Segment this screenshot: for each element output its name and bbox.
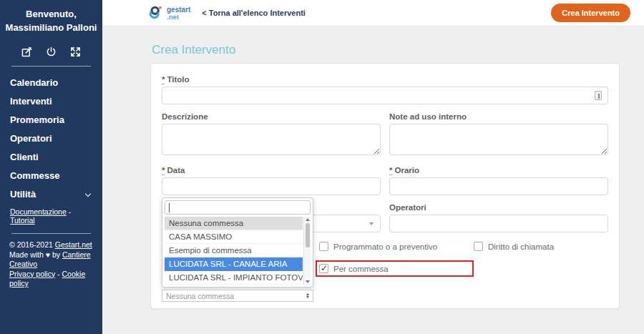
menu-label: Utilità <box>10 185 36 204</box>
orario-label: *Orario <box>389 166 608 175</box>
note-textarea[interactable] <box>389 124 608 155</box>
sidebar-item-promemoria[interactable]: Promemoria <box>10 111 92 129</box>
menu-label: Commesse <box>10 167 59 185</box>
sidebar-item-utilita[interactable]: Utilità <box>10 185 92 204</box>
label-text: Titolo <box>167 75 189 84</box>
form-card: *Titolo Descrizione Note ad uso interno … <box>150 63 620 309</box>
sidebar-item-calendario[interactable]: Calendario <box>10 74 92 92</box>
menu-label: Operatori <box>10 129 52 148</box>
scrollbar-thumb[interactable] <box>306 223 310 247</box>
checkbox-per-commessa[interactable]: Per commessa <box>319 264 389 273</box>
page-title: Crea Intervento <box>152 43 235 57</box>
checkbox-box[interactable] <box>474 242 483 251</box>
logo-text: gestart .net <box>167 6 190 20</box>
dropdown-option[interactable]: LUCIDATA SRL - IMPIANTO FOTOVOLTAICO <box>165 271 303 285</box>
separator: - <box>55 270 62 278</box>
menu-label: Promemoria <box>10 111 64 129</box>
text-cursor <box>169 203 170 212</box>
welcome-line1: Benvenuto, <box>0 7 102 21</box>
back-to-list-link[interactable]: < Torna all'elenco Interventi <box>202 9 306 17</box>
dropdown-option[interactable]: LUCIDATA SRL - CANALE ARIA <box>165 257 303 271</box>
label-text: Orario <box>394 166 419 175</box>
chevron-down-icon <box>85 190 91 196</box>
gestart-logo[interactable]: gestart .net <box>148 5 190 21</box>
dropdown-option-list: Nessuna commessa CASA MASSIMO Esempio di… <box>165 217 311 285</box>
required-mark: * <box>162 166 165 175</box>
descrizione-textarea[interactable] <box>162 124 381 155</box>
documentazione-link[interactable]: Documentazione <box>10 207 67 216</box>
note-label: Note ad uso interno <box>389 112 608 121</box>
commessa-dropdown-panel: Nessuna commessa CASA MASSIMO Esempio di… <box>162 197 313 288</box>
operatori-input[interactable] <box>389 215 608 232</box>
checkbox-label: Programmato o a preventivo <box>333 242 437 251</box>
sidebar-item-interventi[interactable]: Interventi <box>10 92 92 111</box>
scroll-down-icon[interactable] <box>306 280 310 283</box>
main-content: Crea Intervento *Titolo Descrizione Note… <box>102 27 644 334</box>
titolo-input[interactable] <box>162 87 608 104</box>
label-text: Data <box>167 166 185 175</box>
dropdown-search-input[interactable] <box>165 200 311 215</box>
commessa-native-select[interactable]: Nessuna commessa <box>162 290 313 302</box>
made-with-line: Made with ♥ by Cantiere Creativo <box>9 250 93 270</box>
sidebar-item-operatori[interactable]: Operatori <box>10 129 92 148</box>
policy-line: Privacy policy - Cookie policy <box>9 270 93 289</box>
data-label: *Data <box>162 166 381 175</box>
checkbox-programmato[interactable]: Programmato o a preventivo <box>319 242 474 251</box>
made-with-text: Made with ♥ by <box>9 250 62 259</box>
gestart-link[interactable]: Gestart.net <box>55 240 92 249</box>
select-caret-icon <box>369 222 374 225</box>
checkbox-diritto-chiamata[interactable]: Diritto di chiamata <box>474 242 608 251</box>
dropdown-scrollbar[interactable] <box>303 217 311 285</box>
copyright-line: © 2016-2021 Gestart.net <box>9 240 93 250</box>
logo-tld: .net <box>167 14 190 20</box>
titolo-label: *Titolo <box>162 75 608 84</box>
copyright-text: © 2016-2021 <box>9 240 55 249</box>
tutorial-link[interactable]: Tutorial <box>10 216 35 225</box>
expand-fullscreen-icon[interactable] <box>70 46 82 57</box>
select-updown-icon <box>306 293 309 298</box>
dropdown-option[interactable]: Nessuna commessa <box>165 217 303 230</box>
data-input[interactable] <box>162 177 381 195</box>
separator: - <box>67 207 71 216</box>
menu-label: Calendario <box>10 74 58 92</box>
sidebar-item-clienti[interactable]: Clienti <box>10 148 92 167</box>
welcome-text: Benvenuto, Massimiliano Palloni <box>0 0 102 34</box>
operatori-label: Operatori <box>389 203 608 212</box>
sidebar-menu: Calendario Interventi Promemoria Operato… <box>0 67 102 204</box>
annotation-box: Per commessa <box>316 260 474 277</box>
power-logout-icon[interactable] <box>46 46 57 57</box>
user-name: Massimiliano Palloni <box>0 21 102 34</box>
topbar: gestart .net < Torna all'elenco Interven… <box>102 0 644 26</box>
crea-intervento-button[interactable]: Crea Intervento <box>551 4 630 22</box>
input-addon-icon <box>595 91 602 100</box>
gestart-logo-icon <box>148 5 164 21</box>
sidebar-item-commesse[interactable]: Commesse <box>10 167 92 185</box>
edit-profile-icon[interactable] <box>21 46 33 57</box>
scroll-up-icon[interactable] <box>306 218 310 221</box>
orario-input[interactable] <box>389 177 608 195</box>
dropdown-option[interactable]: Esempio di commessa <box>165 244 303 257</box>
required-mark: * <box>162 75 165 84</box>
checkbox-label: Per commessa <box>333 265 389 273</box>
docs-line: Documentazione - Tutorial <box>0 204 102 225</box>
dropdown-option[interactable]: CASA MASSIMO <box>165 230 303 244</box>
logo-word: gestart <box>167 6 190 14</box>
menu-label: Clienti <box>10 148 39 167</box>
native-select-value: Nessuna commessa <box>166 292 234 300</box>
sidebar-footer: © 2016-2021 Gestart.net Made with ♥ by C… <box>0 234 102 289</box>
sidebar: Benvenuto, Massimiliano Palloni Calendar… <box>0 0 102 334</box>
checkbox-label: Diritto di chiamata <box>488 242 554 251</box>
checkbox-box[interactable] <box>319 242 328 251</box>
menu-label: Interventi <box>10 92 52 111</box>
required-mark: * <box>389 166 392 175</box>
privacy-policy-link[interactable]: Privacy policy <box>9 270 55 278</box>
checkbox-box[interactable] <box>319 264 328 273</box>
descrizione-label: Descrizione <box>162 112 381 121</box>
